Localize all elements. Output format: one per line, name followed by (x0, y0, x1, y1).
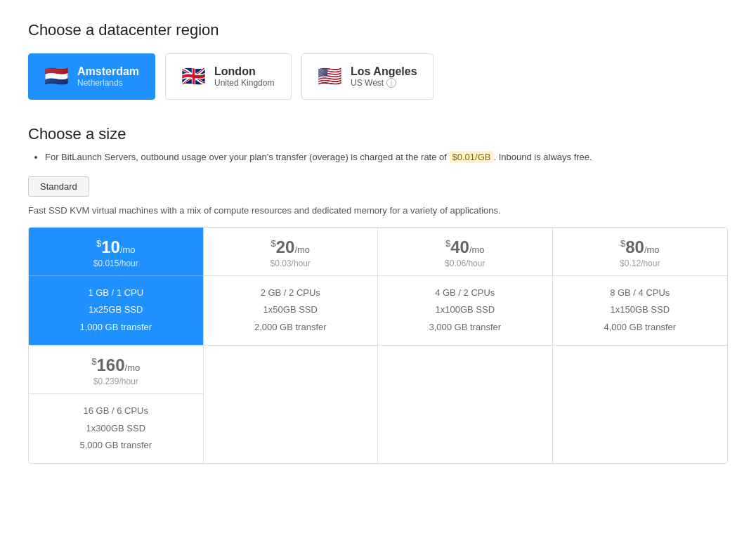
los-angeles-flag: 🇺🇸 (318, 67, 342, 86)
size-note: For BitLaunch Servers, outbound usage ov… (28, 150, 728, 165)
plan-type-button[interactable]: Standard (28, 176, 89, 197)
region-card-los-angeles[interactable]: 🇺🇸 Los Angeles US West i (301, 53, 434, 100)
london-info: London United Kingdom (214, 65, 274, 88)
price-160-main: $160/mo (36, 355, 196, 375)
spec-80-line2: 1x150GB SSD (560, 301, 721, 319)
amsterdam-sub: Netherlands (77, 78, 139, 88)
price-10-main: $10/mo (36, 237, 196, 257)
region-cards-container: 🇳🇱 Amsterdam Netherlands 🇬🇧 London Unite… (28, 53, 728, 100)
price-20-hour: $0.03/hour (211, 259, 371, 268)
size-cell-20-specs: 2 GB / 2 CPUs 1x50GB SSD 2,000 GB transf… (204, 276, 378, 345)
spec-160-line2: 1x300GB SSD (36, 420, 196, 438)
spec-10-line2: 1x25GB SSD (36, 301, 196, 319)
spec-80-line3: 4,000 GB transfer (560, 319, 721, 337)
region-card-london[interactable]: 🇬🇧 London United Kingdom (165, 53, 292, 100)
los-angeles-info: Los Angeles US West i (351, 65, 417, 88)
size-cell-empty-1 (204, 346, 379, 463)
price-40-main: $40/mo (385, 237, 545, 257)
size-cell-20[interactable]: $20/mo $0.03/hour 2 GB / 2 CPUs 1x50GB S… (204, 228, 379, 345)
los-angeles-info-icon[interactable]: i (386, 78, 396, 88)
size-cell-80-specs: 8 GB / 4 CPUs 1x150GB SSD 4,000 GB trans… (553, 276, 728, 345)
region-card-amsterdam[interactable]: 🇳🇱 Amsterdam Netherlands (28, 53, 155, 100)
size-title: Choose a size (28, 125, 728, 143)
datacenter-section: Choose a datacenter region 🇳🇱 Amsterdam … (28, 21, 728, 100)
size-cell-10-price: $10/mo $0.015/hour (29, 228, 203, 276)
size-cell-160-price: $160/mo $0.239/hour (29, 346, 203, 394)
plan-description: Fast SSD KVM virtual machines with a mix… (28, 205, 728, 216)
size-cell-10[interactable]: $10/mo $0.015/hour 1 GB / 1 CPU 1x25GB S… (29, 228, 204, 345)
spec-40-line3: 3,000 GB transfer (385, 319, 545, 337)
size-section: Choose a size For BitLaunch Servers, out… (28, 125, 728, 464)
size-cell-160-specs: 16 GB / 6 CPUs 1x300GB SSD 5,000 GB tran… (29, 394, 203, 463)
price-20-main: $20/mo (211, 237, 371, 257)
size-price-row: $10/mo $0.015/hour 1 GB / 1 CPU 1x25GB S… (29, 228, 727, 345)
size-cell-40-specs: 4 GB / 2 CPUs 1x100GB SSD 3,000 GB trans… (378, 276, 552, 345)
spec-10-line3: 1,000 GB transfer (36, 319, 196, 337)
size-note-item: For BitLaunch Servers, outbound usage ov… (45, 150, 728, 165)
spec-160-line3: 5,000 GB transfer (36, 437, 196, 455)
spec-20-line2: 1x50GB SSD (211, 301, 371, 319)
size-cell-160[interactable]: $160/mo $0.239/hour 16 GB / 6 CPUs 1x300… (29, 346, 204, 463)
spec-20-line1: 2 GB / 2 CPUs (211, 285, 371, 302)
london-flag: 🇬🇧 (181, 67, 206, 86)
datacenter-title: Choose a datacenter region (28, 21, 728, 39)
size-cards-wrapper: $10/mo $0.015/hour 1 GB / 1 CPU 1x25GB S… (28, 227, 728, 464)
price-40-hour: $0.06/hour (385, 259, 545, 268)
amsterdam-info: Amsterdam Netherlands (77, 65, 139, 88)
london-sub: United Kingdom (214, 78, 274, 88)
los-angeles-sub: US West i (351, 78, 417, 88)
spec-40-line2: 1x100GB SSD (385, 301, 545, 319)
los-angeles-name: Los Angeles (351, 65, 417, 78)
size-cell-10-specs: 1 GB / 1 CPU 1x25GB SSD 1,000 GB transfe… (29, 276, 203, 345)
overage-rate: $0.01/GB (450, 151, 494, 163)
spec-160-line1: 16 GB / 6 CPUs (36, 403, 196, 420)
spec-10-line1: 1 GB / 1 CPU (36, 285, 196, 302)
spec-40-line1: 4 GB / 2 CPUs (385, 285, 545, 302)
spec-80-line1: 8 GB / 4 CPUs (560, 285, 721, 302)
size-cell-20-price: $20/mo $0.03/hour (204, 228, 378, 276)
price-10-hour: $0.015/hour (36, 259, 196, 268)
size-cell-40[interactable]: $40/mo $0.06/hour 4 GB / 2 CPUs 1x100GB … (378, 228, 553, 345)
size-cell-empty-2 (378, 346, 553, 463)
amsterdam-flag: 🇳🇱 (44, 67, 69, 86)
price-80-hour: $0.12/hour (560, 259, 721, 268)
london-name: London (214, 65, 274, 78)
size-cell-empty-3 (553, 346, 728, 463)
amsterdam-name: Amsterdam (77, 65, 139, 78)
size-cell-80[interactable]: $80/mo $0.12/hour 8 GB / 4 CPUs 1x150GB … (553, 228, 728, 345)
price-80-main: $80/mo (560, 237, 721, 257)
price-160-hour: $0.239/hour (36, 377, 196, 386)
spec-20-line3: 2,000 GB transfer (211, 319, 371, 337)
size-row-2: $160/mo $0.239/hour 16 GB / 6 CPUs 1x300… (29, 345, 727, 463)
size-cell-40-price: $40/mo $0.06/hour (378, 228, 552, 276)
size-cell-80-price: $80/mo $0.12/hour (553, 228, 728, 276)
